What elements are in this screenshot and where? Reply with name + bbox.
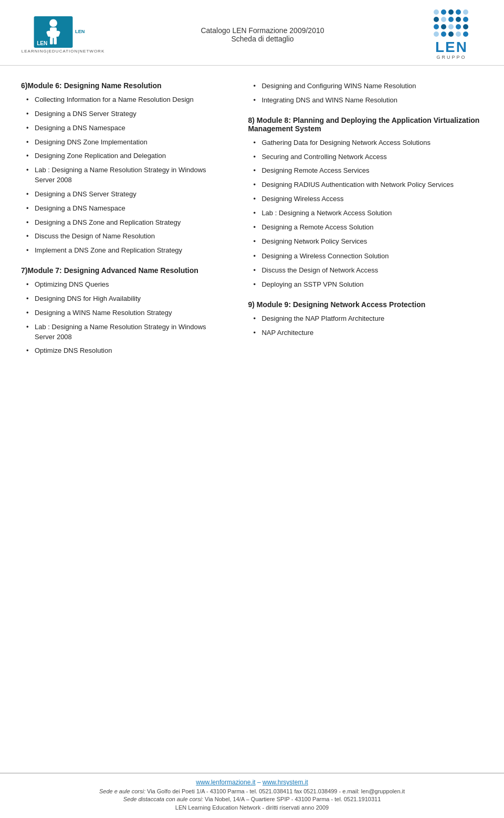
left-column: 6)Module 6: Designing Name Resolution Co… — [21, 81, 243, 768]
module9-number: 9) — [248, 300, 254, 309]
list-item: Designing and Configuring WINS Name Reso… — [253, 81, 483, 91]
svg-rect-5 — [50, 37, 53, 44]
list-item: Designing a DNS Server Strategy — [26, 190, 227, 200]
dot — [463, 17, 468, 22]
svg-rect-6 — [54, 37, 57, 44]
list-item: Designing Wireless Access — [253, 194, 483, 204]
dot — [456, 24, 461, 29]
dot — [448, 32, 454, 37]
module7-heading: 7)Module 7: Designing Advanced Name Reso… — [21, 266, 227, 275]
list-item: Implement a DNS Zone and Replication Str… — [26, 246, 227, 256]
dot — [463, 24, 468, 29]
svg-text:LEN: LEN — [37, 40, 47, 46]
list-item: Designing Network Policy Services — [253, 237, 483, 247]
list-item: Gathering Data for Designing Network Acc… — [253, 138, 483, 148]
list-item: Designing a Wireless Connection Solution — [253, 251, 483, 261]
list-item: Designing DNS Zone Implementation — [26, 138, 227, 148]
dot — [456, 32, 461, 37]
right-column: Designing and Configuring WINS Name Reso… — [243, 81, 483, 768]
module7-title: Module 7: Designing Advanced Name Resolu… — [27, 266, 198, 275]
footer-links: www.lenformazione.it – www.hrsystem.it — [21, 779, 483, 786]
footer-link-separator: – — [257, 779, 262, 786]
list-item: Designing a DNS Server Strategy — [26, 109, 227, 119]
list-item: NAP Architecture — [253, 328, 483, 338]
list-item: Designing a Remote Access Solution — [253, 223, 483, 233]
dot — [448, 9, 454, 15]
logo-left: LEN LEN LEARNING|EDUCATION|NETWORK — [21, 16, 105, 54]
right-logo-word: LEN — [435, 40, 468, 55]
module9-title: Module 9: Designing Network Access Prote… — [257, 300, 426, 309]
module6-title: Module 6: Designing Name Resolution — [27, 81, 161, 90]
module7-right-list: Designing a Wireless Connection Solution… — [253, 251, 483, 290]
header-title-line2: Scheda di dettaglio — [105, 35, 420, 43]
list-item: Lab : Designing a Name Resolution Strate… — [26, 165, 227, 185]
module6-right-list: Designing and Configuring WINS Name Reso… — [253, 81, 483, 106]
dots-grid — [434, 9, 469, 38]
dot — [456, 9, 461, 15]
list-item: Designing a DNS Zone and Replication Str… — [26, 218, 227, 228]
dot — [434, 32, 439, 37]
logo-tagline: LEARNING|EDUCATION|NETWORK — [22, 49, 104, 54]
dot — [441, 9, 446, 15]
main-content: 6)Module 6: Designing Name Resolution Co… — [0, 66, 504, 773]
module7-left-list: Optimizing DNS Queries Designing DNS for… — [26, 280, 227, 356]
module8-title: Module 8: Planning and Deploying the App… — [248, 116, 479, 133]
dot — [441, 17, 446, 22]
footer-addr2-label: Sede distaccata con aule corsi: — [123, 796, 203, 802]
svg-rect-2 — [50, 27, 57, 38]
list-item: Lab : Designing a Name Resolution Strate… — [26, 322, 227, 342]
header-title: Catalogo LEN Formazione 2009/2010 Scheda… — [105, 26, 420, 43]
right-logo-sub: GRUPPO — [436, 55, 466, 60]
dot — [441, 32, 446, 37]
footer-link2[interactable]: www.hrsystem.it — [262, 779, 308, 786]
footer-addr1: Sede e aule corsi: Via Golfo dei Poeti 1… — [21, 788, 483, 794]
footer-copyright: LEN Learning Education Network - diritti… — [21, 804, 483, 811]
list-item: Designing a WINS Name Resolution Strateg… — [26, 308, 227, 318]
module8-list: Gathering Data for Designing Network Acc… — [253, 138, 483, 247]
module8-number: 8) — [248, 116, 254, 124]
svg-point-1 — [49, 19, 57, 27]
list-item: Discuss the Design of Network Access — [253, 266, 483, 276]
dot — [463, 32, 468, 37]
module6-number: 6) — [21, 81, 27, 90]
dot — [448, 24, 454, 29]
module7-number: 7) — [21, 266, 27, 275]
list-item: Lab : Designing a Network Access Solutio… — [253, 208, 483, 218]
list-item: Securing and Controlling Network Access — [253, 152, 483, 162]
footer-addr2-text: Via Nobel, 14/A – Quartiere SPIP - 43100… — [203, 796, 381, 802]
dot — [441, 24, 446, 29]
module6-left-list: Collecting Information for a Name Resolu… — [26, 95, 227, 256]
dot — [448, 17, 454, 22]
header-title-line1: Catalogo LEN Formazione 2009/2010 — [105, 26, 420, 35]
list-item: Designing Zone Replication and Delegatio… — [26, 151, 227, 161]
header: LEN LEN LEARNING|EDUCATION|NETWORK Catal… — [0, 0, 504, 66]
list-item: Discuss the Design of Name Resolution — [26, 232, 227, 242]
list-item: Designing DNS for High Availability — [26, 294, 227, 304]
footer-addr2: Sede distaccata con aule corsi: Via Nobe… — [21, 796, 483, 802]
footer-link1[interactable]: www.lenformazione.it — [196, 779, 255, 786]
logo-right: LEN GRUPPO — [420, 9, 483, 60]
list-item: Designing the NAP Platform Architecture — [253, 314, 483, 324]
list-item: Collecting Information for a Name Resolu… — [26, 95, 227, 105]
list-item: Designing RADIUS Authentication with Net… — [253, 180, 483, 190]
list-item: Optimizing DNS Queries — [26, 280, 227, 290]
dot — [456, 17, 461, 22]
module9-heading: 9) Module 9: Designing Network Access Pr… — [248, 300, 483, 309]
dot — [434, 24, 439, 29]
page: LEN LEN LEARNING|EDUCATION|NETWORK Catal… — [0, 0, 504, 818]
module6-heading: 6)Module 6: Designing Name Resolution — [21, 81, 227, 90]
dot — [434, 9, 439, 15]
footer-addr1-text: Via Golfo dei Poeti 1/A - 43100 Parma - … — [145, 788, 405, 794]
footer-addr1-label: Sede e aule corsi: — [99, 788, 145, 794]
module8-heading: 8) Module 8: Planning and Deploying the … — [248, 116, 483, 133]
list-item: Optimize DNS Resolution — [26, 346, 227, 356]
footer: www.lenformazione.it – www.hrsystem.it S… — [0, 773, 504, 818]
list-item: Integrating DNS and WINS Name Resolution — [253, 96, 483, 106]
list-item: Designing a DNS Namespace — [26, 204, 227, 214]
dot — [434, 17, 439, 22]
list-item: Deploying an SSTP VPN Solution — [253, 280, 483, 290]
list-item: Designing Remote Access Services — [253, 166, 483, 176]
module9-list: Designing the NAP Platform Architecture … — [253, 314, 483, 338]
list-item: Designing a DNS Namespace — [26, 123, 227, 133]
dot — [463, 9, 468, 15]
